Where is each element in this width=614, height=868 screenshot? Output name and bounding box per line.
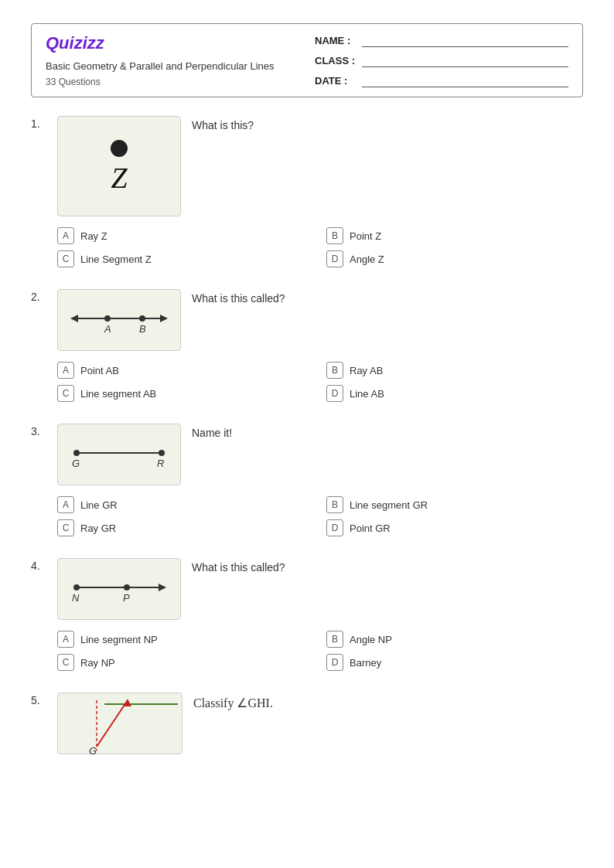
q5-image: G xyxy=(57,693,182,754)
svg-point-13 xyxy=(73,584,80,591)
q3-text: Name it! xyxy=(192,424,583,439)
header-right: NAME : CLASS : DATE : xyxy=(299,33,568,87)
q3-options: A Line GR B Line segment GR C Ray GR D P… xyxy=(57,496,583,536)
class-line xyxy=(362,53,568,67)
question-1-header: 1. Z What is this? xyxy=(31,116,583,216)
q1-option-c: C Line Segment Z xyxy=(57,250,314,267)
svg-point-4 xyxy=(139,315,145,322)
q4-option-a: A Line segment NP xyxy=(57,631,314,648)
q3-option-a-text: Line GR xyxy=(80,499,118,511)
q2-letter-c: C xyxy=(57,385,74,402)
q3-letter-a: A xyxy=(57,496,74,513)
q4-letter-a: A xyxy=(57,631,74,648)
line-ab-svg: A B xyxy=(61,297,177,343)
q4-option-b-text: Angle NP xyxy=(350,634,392,645)
q3-letter-c: C xyxy=(57,519,74,536)
q2-option-c-text: Line segment AB xyxy=(80,388,156,400)
svg-marker-2 xyxy=(160,315,168,322)
q5-number: 5. xyxy=(31,693,46,706)
question-3: 3. G R Name it! A Line GR B Line segm xyxy=(31,424,583,536)
quiz-title: Basic Geometry & Parallel and Perpendicu… xyxy=(46,60,299,73)
date-field-row: DATE : xyxy=(315,73,568,87)
svg-marker-20 xyxy=(124,699,131,706)
q3-option-b-text: Line segment GR xyxy=(350,499,428,511)
q1-option-d-text: Angle Z xyxy=(350,254,384,265)
svg-point-14 xyxy=(124,584,130,591)
q4-option-c: C Ray NP xyxy=(57,654,314,671)
q1-option-c-text: Line Segment Z xyxy=(80,254,152,265)
question-2-header: 2. A B What xyxy=(31,289,583,351)
q2-image: A B xyxy=(57,289,181,351)
q4-option-d: D Barney xyxy=(326,654,583,671)
name-label: NAME : xyxy=(315,35,357,46)
quiz-questions: 33 Questions xyxy=(46,77,299,87)
q4-options: A Line segment NP B Angle NP C Ray NP D … xyxy=(57,631,583,671)
dot-icon xyxy=(111,140,128,157)
svg-text:N: N xyxy=(72,592,80,604)
svg-text:P: P xyxy=(123,592,130,604)
class-label: CLASS : xyxy=(315,55,357,66)
q2-option-d-text: Line AB xyxy=(350,388,384,400)
q1-option-a-text: Ray Z xyxy=(80,230,107,242)
q4-number: 4. xyxy=(31,558,46,572)
q2-letter-b: B xyxy=(326,362,343,379)
q3-number: 3. xyxy=(31,424,46,437)
q5-text: Classify ∠GHI. xyxy=(193,693,583,710)
q1-option-a: A Ray Z xyxy=(57,227,314,244)
option-letter-d: D xyxy=(326,250,343,267)
question-1: 1. Z What is this? A Ray Z B Point Z C L… xyxy=(31,116,583,267)
class-field-row: CLASS : xyxy=(315,53,568,67)
angle-ghi-svg: G xyxy=(58,693,182,754)
logo: Quizizz xyxy=(46,33,299,53)
q2-number: 2. xyxy=(31,289,46,303)
header-box: Quizizz Basic Geometry & Parallel and Pe… xyxy=(31,23,583,97)
z-letter: Z xyxy=(111,163,127,192)
q1-options: A Ray Z B Point Z C Line Segment Z D Ang… xyxy=(57,227,583,267)
q4-option-d-text: Barney xyxy=(350,657,381,669)
q2-options: A Point AB B Ray AB C Line segment AB D … xyxy=(57,362,583,402)
q1-number: 1. xyxy=(31,116,46,130)
q2-option-b: B Ray AB xyxy=(326,362,583,379)
q3-option-a: A Line GR xyxy=(57,496,314,513)
q4-option-a-text: Line segment NP xyxy=(80,634,158,645)
option-letter-a: A xyxy=(57,227,74,244)
svg-point-8 xyxy=(73,450,80,456)
question-5: 5. G Classify ∠GHI. xyxy=(31,693,583,754)
svg-marker-15 xyxy=(159,584,166,591)
q4-text: What is this called? xyxy=(192,558,583,574)
svg-text:B: B xyxy=(139,323,146,335)
option-letter-b: B xyxy=(326,227,343,244)
q1-option-b-text: Point Z xyxy=(350,230,381,242)
q4-option-b: B Angle NP xyxy=(326,631,583,648)
q3-option-b: B Line segment GR xyxy=(326,496,583,513)
svg-line-19 xyxy=(97,700,128,747)
q3-option-d-text: Point GR xyxy=(350,523,391,534)
q2-letter-d: D xyxy=(326,385,343,402)
q4-letter-b: B xyxy=(326,631,343,648)
date-label: DATE : xyxy=(315,75,357,87)
q2-text: What is this called? xyxy=(192,289,583,305)
header-left: Quizizz Basic Geometry & Parallel and Pe… xyxy=(46,33,299,87)
q2-option-c: C Line segment AB xyxy=(57,385,314,402)
svg-text:G: G xyxy=(89,745,97,754)
date-line xyxy=(362,73,568,87)
question-3-header: 3. G R Name it! xyxy=(31,424,583,485)
svg-point-9 xyxy=(159,450,165,456)
svg-text:R: R xyxy=(157,458,164,469)
ray-np-svg: N P xyxy=(61,566,177,612)
q4-letter-d: D xyxy=(326,654,343,671)
q3-image: G R xyxy=(57,424,181,485)
question-4: 4. N P What is this called? A Line segme… xyxy=(31,558,583,671)
q4-letter-c: C xyxy=(57,654,74,671)
svg-text:A: A xyxy=(104,323,111,335)
q3-option-c-text: Ray GR xyxy=(80,523,116,534)
q4-option-c-text: Ray NP xyxy=(80,657,115,669)
q2-option-b-text: Ray AB xyxy=(350,365,383,376)
q3-letter-b: B xyxy=(326,496,343,513)
q3-option-d: D Point GR xyxy=(326,519,583,536)
svg-marker-1 xyxy=(70,315,78,322)
q2-option-d: D Line AB xyxy=(326,385,583,402)
question-2: 2. A B What xyxy=(31,289,583,402)
name-line xyxy=(362,33,568,47)
question-5-header: 5. G Classify ∠GHI. xyxy=(31,693,583,754)
